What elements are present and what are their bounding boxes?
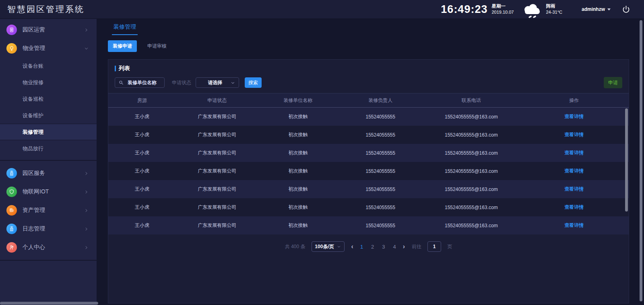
clock: 16:49:23	[441, 3, 487, 16]
chevron-right-icon	[84, 190, 89, 194]
cell-apply-status: 广东发展有限公司	[176, 222, 258, 229]
chevron-down-icon	[84, 46, 89, 51]
cell-phone: 15524055555@163.com	[423, 168, 519, 174]
sidebar-subitem-property-repair[interactable]: 物业报修	[0, 74, 97, 91]
cell-house: 王小虎	[108, 168, 176, 174]
subtab-decoration-apply[interactable]: 装修申请	[108, 40, 137, 52]
cell-manager: 15524055555	[338, 132, 423, 138]
sidebar-item-label: 个人中心	[23, 244, 45, 251]
weather-block: 阵雨 24-31°C	[546, 3, 562, 15]
column-header: 联系电话	[423, 97, 519, 104]
sidebar-subitem-equipment-maintenance[interactable]: 设备维护	[0, 107, 97, 124]
sidebar: 园区运营 物业管理 设备台账 物业报修 设备巡检 设备维护 装修管理 物品放行 …	[0, 19, 97, 305]
cell-apply-status: 广东发展有限公司	[176, 149, 258, 156]
cell-phone: 15524055555@163.com	[423, 132, 519, 138]
caret-down-icon	[607, 8, 611, 10]
page-number-1[interactable]: 1	[360, 244, 363, 250]
page-numbers: 1 2 3 4	[360, 244, 396, 250]
apply-button[interactable]: 申请	[604, 77, 622, 88]
chevron-right-icon	[84, 245, 89, 250]
cell-house: 王小虎	[108, 113, 176, 120]
cell-phone: 15524055555@163.com	[423, 223, 519, 228]
page-number-4[interactable]: 4	[393, 244, 396, 250]
sidebar-item-park-operation[interactable]: 园区运营	[0, 21, 97, 39]
sidebar-item-log-management[interactable]: 日志管理	[0, 220, 97, 238]
next-page-button[interactable]: ›	[402, 243, 406, 250]
page-size-select[interactable]: 100条/页	[312, 241, 345, 252]
window-vertical-scrollbar[interactable]	[640, 20, 642, 301]
pagination: 共 400 条 100条/页 ‹ 1 2 3 4 › 前往 1 页	[108, 241, 629, 252]
user-menu[interactable]: adminhzw	[582, 6, 611, 12]
search-input[interactable]: 装修单位名称	[115, 77, 165, 88]
filter-row: 装修单位名称 申请状态 请选择 搜索 申请	[108, 77, 629, 88]
sidebar-item-iot[interactable]: 物联网IOT	[0, 183, 97, 201]
goto-page-input[interactable]: 1	[427, 241, 441, 252]
status-select[interactable]: 请选择	[196, 77, 239, 88]
sidebar-subitem-decoration-management[interactable]: 装修管理	[0, 124, 97, 140]
subtab-apply-review[interactable]: 申请审核	[142, 40, 171, 52]
table-row: 王小虎 广东发展有限公司 初次接触 15524055555 1552405555…	[108, 216, 629, 234]
table-scrollbar[interactable]	[625, 108, 628, 212]
table-header-row: 房源 申请状态 装修单位名称 装修负责人 联系电话 操作	[108, 93, 629, 108]
prev-page-button[interactable]: ‹	[351, 243, 354, 250]
app-title: 智慧园区管理系统	[0, 4, 85, 15]
sidebar-item-property-management[interactable]: 物业管理	[0, 39, 97, 58]
view-details-link[interactable]: 查看详情	[564, 186, 584, 192]
column-header: 房源	[108, 97, 176, 104]
title-accent-bar	[115, 66, 116, 71]
smart-building-icon	[6, 168, 17, 178]
search-placeholder: 装修单位名称	[124, 79, 161, 86]
sidebar-item-label: 物联网IOT	[23, 188, 49, 195]
sidebar-subitem-equipment-inspection[interactable]: 设备巡检	[0, 91, 97, 107]
page-number-2[interactable]: 2	[371, 244, 374, 250]
page-number-3[interactable]: 3	[382, 244, 385, 250]
search-button[interactable]: 搜索	[245, 77, 262, 88]
cell-house: 王小虎	[108, 204, 176, 211]
power-icon[interactable]	[622, 5, 630, 14]
cell-action: 查看详情	[519, 186, 629, 193]
weather-temp: 24-31°C	[546, 9, 562, 15]
sidebar-divider	[0, 160, 97, 161]
table-row: 王小虎 广东发展有限公司 初次接触 15524055555 1552405555…	[108, 126, 629, 144]
cell-company: 初次接触	[258, 186, 338, 193]
sidebar-item-park-service[interactable]: 园区服务	[0, 164, 97, 183]
chevron-right-icon	[84, 28, 89, 32]
table-row: 王小虎 广东发展有限公司 初次接触 15524055555 1552405555…	[108, 198, 629, 216]
sidebar-subitem-item-release[interactable]: 物品放行	[0, 140, 97, 157]
view-details-link[interactable]: 查看详情	[564, 168, 584, 174]
goto-suffix: 页	[447, 243, 452, 250]
column-header: 装修单位名称	[258, 97, 338, 104]
chevron-right-icon	[84, 227, 89, 231]
view-details-link[interactable]: 查看详情	[564, 204, 584, 210]
sidebar-item-label: 日志管理	[23, 225, 45, 232]
view-details-link[interactable]: 查看详情	[564, 222, 584, 228]
chevron-right-icon	[84, 208, 89, 213]
sidebar-item-asset-management[interactable]: 资产管理	[0, 201, 97, 220]
column-header: 装修负责人	[338, 97, 423, 104]
sidebar-divider	[0, 260, 97, 261]
cell-manager: 15524055555	[338, 150, 423, 156]
page-size-value: 100条/页	[315, 243, 334, 250]
view-details-link[interactable]: 查看详情	[564, 114, 584, 119]
cell-manager: 15524055555	[338, 223, 423, 228]
assets-coins-icon	[6, 205, 17, 216]
tab-decoration-management[interactable]: 装修管理	[112, 23, 138, 35]
main-content: 装修管理 装修申请 申请审核 列表 装修单位名称 申请状态 请选择	[97, 19, 644, 305]
view-details-link[interactable]: 查看详情	[564, 150, 584, 156]
view-details-link[interactable]: 查看详情	[564, 132, 584, 137]
cell-manager: 15524055555	[338, 168, 423, 174]
sidebar-item-label: 园区运营	[23, 26, 45, 33]
cell-manager: 15524055555	[338, 114, 423, 120]
cell-phone: 15524055555@163.com	[423, 205, 519, 210]
top-header: 智慧园区管理系统 16:49:23 星期一 2019.10.07 阵雨 24-3…	[0, 0, 644, 19]
cell-apply-status: 广东发展有限公司	[176, 204, 258, 211]
cell-company: 初次接触	[258, 149, 338, 156]
sidebar-item-personal-center[interactable]: 个人中心	[0, 238, 97, 257]
cell-action: 查看详情	[519, 168, 629, 174]
cell-company: 初次接触	[258, 113, 338, 120]
sidebar-subitem-equipment-ledger[interactable]: 设备台账	[0, 58, 97, 74]
column-header: 申请状态	[176, 97, 258, 104]
cell-house: 王小虎	[108, 131, 176, 138]
search-icon	[119, 80, 124, 85]
window-horizontal-scrollbar[interactable]	[0, 302, 98, 305]
